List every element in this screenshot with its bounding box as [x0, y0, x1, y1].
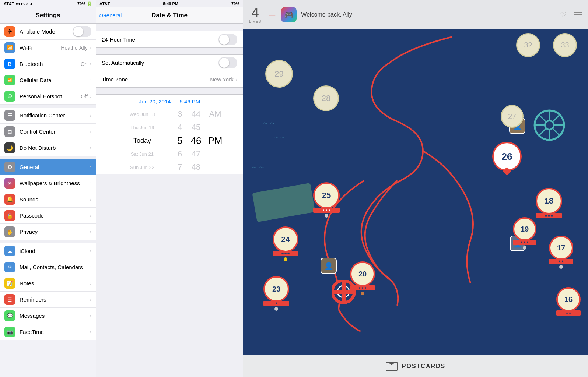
back-chevron-icon: ‹ — [99, 11, 101, 19]
node-29[interactable]: 29 — [265, 60, 293, 88]
sidebar-item-notes[interactable]: 📝 Notes › — [0, 275, 96, 292]
hotspot-chevron: › — [90, 94, 91, 99]
node-28[interactable]: 28 — [313, 85, 339, 111]
game-panel: 4 LIVES — 🎮 Welcome back, Ally ♡ ～～ ～～ ～… — [243, 0, 588, 377]
sidebar-item-mail[interactable]: ✉ Mail, Contacts, Calendars › — [0, 259, 96, 275]
node-27[interactable]: 27 — [501, 105, 524, 128]
sidebar-item-privacy[interactable]: ✋ Privacy › — [0, 224, 96, 240]
picker-hour-column[interactable]: 2 3 4 5 6 7 8 — [172, 108, 188, 174]
svg-line-7 — [553, 128, 560, 135]
settings-status-bar: AT&T ●●●○○ ▲ 79% 🔋 — [0, 0, 96, 7]
datetime-row-24hour: 24-Hour Time — [96, 31, 243, 47]
privacy-label: Privacy — [20, 229, 90, 235]
timezone-chevron: › — [236, 77, 237, 82]
sidebar-item-cellular[interactable]: 📶 Cellular Data › — [0, 72, 96, 88]
date-display: Jun 20, 2014 — [139, 98, 171, 105]
datetime-panel: AT&T 5:46 PM 79% ‹ General Date & Time 2… — [96, 0, 243, 377]
game-logo: 🎮 — [281, 7, 297, 22]
wifi-value: HeatherAlly — [61, 45, 87, 51]
reminders-label: Reminders — [20, 296, 90, 303]
icloud-label: iCloud — [20, 248, 90, 254]
status-left: AT&T ●●●○○ ▲ — [4, 1, 34, 6]
node-33[interactable]: 33 — [553, 33, 577, 57]
airplane-toggle[interactable] — [73, 26, 91, 37]
sidebar-item-wifi[interactable]: 📶 Wi-Fi HeatherAlly › — [0, 40, 96, 56]
picker-day-today: Today — [113, 134, 172, 147]
picker-day-column[interactable]: Tue Jun 17 Wed Jun 18 Thu Jun 19 Today S… — [113, 108, 172, 174]
badge-ribbon-24: ★★★ — [273, 251, 298, 256]
status-right: 79% 🔋 — [77, 1, 92, 6]
badge-node-20[interactable]: 20 ★★★ — [350, 261, 375, 295]
sidebar-item-messages[interactable]: 💬 Messages › — [0, 308, 96, 324]
sidebar-item-sounds[interactable]: 🔔 Sounds › — [0, 191, 96, 208]
time-picker[interactable]: Tue Jun 17 Wed Jun 18 Thu Jun 19 Today S… — [96, 108, 243, 174]
sidebar-item-hotspot[interactable]: ⦿ Personal Hotspot Off › — [0, 88, 96, 105]
controlcenter-label: Control Center — [20, 128, 90, 135]
badge-dot-24 — [284, 257, 287, 261]
badge-node-23[interactable]: 23 ★ — [263, 276, 289, 311]
picker-minute-selected: 46 — [188, 134, 204, 147]
sidebar-item-donotdisturb[interactable]: 🌙 Do Not Disturb › — [0, 140, 96, 156]
sidebar-item-notification[interactable]: ☰ Notification Center › — [0, 108, 96, 124]
water-wave-1: ～～ — [262, 118, 276, 128]
sounds-icon: 🔔 — [4, 194, 15, 205]
badge-dot-23 — [274, 307, 278, 311]
back-button[interactable]: ‹ General — [99, 11, 122, 19]
water-wave-2: ～～ — [273, 133, 286, 141]
picker-ampm-selected: PM — [204, 134, 226, 147]
badge-dot-19 — [523, 246, 526, 250]
node-32[interactable]: 32 — [516, 33, 540, 57]
badge-node-25[interactable]: 25 ★★★ — [313, 182, 340, 218]
sidebar-item-icloud[interactable]: ☁ iCloud › — [0, 243, 96, 259]
sidebar-item-facetime[interactable]: 📷 FaceTime › — [0, 324, 96, 340]
picker-ampm-item — [204, 147, 226, 161]
menu-button[interactable] — [574, 12, 582, 17]
badge-node-17[interactable]: 17 ★★ — [549, 236, 573, 269]
picker-day-item: Wed Jun 18 — [113, 108, 172, 121]
plank-1 — [252, 183, 315, 222]
battery-label: 79% — [77, 1, 85, 6]
sidebar-item-airplane[interactable]: ✈ Airplane Mode — [0, 24, 96, 40]
lives-counter: 4 LIVES — [249, 6, 261, 24]
airplane-label: Airplane Mode — [20, 28, 73, 35]
sidebar-item-controlcenter[interactable]: ⊞ Control Center › — [0, 124, 96, 140]
node-20-label: 20 — [358, 270, 367, 278]
favorite-icon[interactable]: ♡ — [560, 10, 567, 19]
setauto-toggle[interactable] — [218, 57, 237, 68]
controlcenter-icon: ⊞ — [4, 126, 15, 137]
hotspot-label: Personal Hotspot — [20, 93, 81, 99]
general-chevron: › — [90, 164, 91, 170]
badge-node-19[interactable]: 19 ★★★ — [513, 217, 536, 250]
24hour-label: 24-Hour Time — [102, 36, 218, 43]
badge-node-18[interactable]: 18 ★★★ — [536, 188, 562, 218]
badge-node-16[interactable]: 16 ★★ — [556, 287, 581, 316]
separator-1 — [0, 105, 96, 108]
sidebar-item-passcode[interactable]: 🔒 Passcode › — [0, 208, 96, 224]
postcards-icon — [386, 362, 398, 371]
badge-node-24[interactable]: 24 ★★★ — [273, 226, 298, 261]
bluetooth-value: On — [81, 61, 88, 67]
sidebar-item-general[interactable]: ⚙ General › — [0, 159, 96, 175]
facetime-icon: 📷 — [4, 327, 15, 337]
picker-ampm-column[interactable]: AM PM — [204, 108, 226, 174]
datetime-battery: 79% — [231, 1, 239, 6]
sidebar-item-wallpaper[interactable]: ☀ Wallpapers & Brightness › — [0, 175, 96, 191]
hotspot-icon: ⦿ — [4, 91, 15, 102]
picker-ampm-item: AM — [204, 108, 226, 121]
sounds-label: Sounds — [20, 196, 90, 202]
badge-ribbon-20: ★★★ — [350, 285, 375, 290]
current-level-26[interactable]: 26 — [492, 142, 522, 174]
menu-line-3 — [574, 17, 582, 17]
steering-wheel — [533, 109, 566, 143]
battery-icon: 🔋 — [87, 1, 92, 6]
hotspot-value: Off — [81, 94, 87, 99]
mail-chevron: › — [90, 264, 91, 270]
menu-line-1 — [574, 12, 582, 13]
picker-minute-column[interactable]: 43 44 45 46 47 48 49 — [188, 108, 204, 174]
sidebar-item-bluetooth[interactable]: B Bluetooth On › — [0, 56, 96, 72]
24hour-toggle[interactable] — [218, 34, 237, 45]
sidebar-item-reminders[interactable]: ☰ Reminders › — [0, 292, 96, 308]
datetime-section-24hour: 24-Hour Time — [96, 31, 243, 48]
datetime-row-timezone[interactable]: Time Zone New York › — [96, 71, 243, 87]
messages-icon: 💬 — [4, 310, 15, 321]
